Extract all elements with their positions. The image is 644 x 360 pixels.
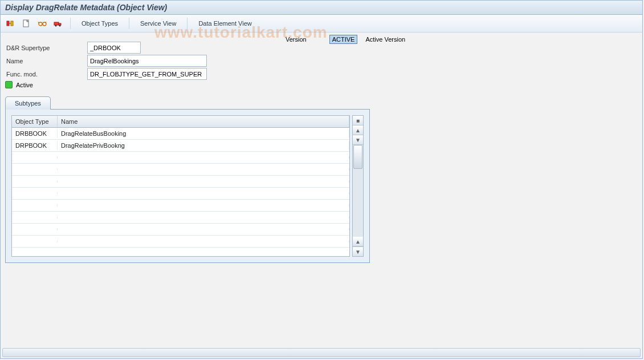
table-row[interactable] (12, 152, 349, 164)
table-row[interactable] (12, 164, 349, 176)
cell-type: DRBBOOK (12, 129, 58, 138)
tab-panel-subtypes: Object Type Name DRBBOOK DragRelateBusBo… (5, 109, 370, 263)
cell-name: DragRelateBusBooking (58, 129, 349, 138)
tab-strip: Subtypes Object Type Name DRBBOOK DragRe… (5, 96, 638, 263)
supertype-label: D&R Supertype (5, 43, 87, 53)
scroll-track[interactable] (353, 145, 363, 237)
version-block: Version ACTIVE Active Version (286, 35, 405, 44)
funcmod-row: Func. mod. (5, 68, 638, 80)
svg-rect-0 (7, 21, 9, 26)
scroll-thumb[interactable] (353, 145, 362, 169)
table-row[interactable] (12, 236, 349, 248)
window-bottom-scrollbar[interactable] (2, 348, 641, 357)
table-row[interactable] (12, 188, 349, 200)
version-desc: Active Version (365, 36, 405, 43)
svg-point-3 (39, 22, 42, 26)
scroll-down-icon[interactable]: ▼ (353, 135, 363, 145)
grid-header: Object Type Name (12, 116, 349, 128)
toolbar: Object Types Service View Data Element V… (1, 15, 642, 33)
toolbar-separator (129, 18, 129, 29)
name-input[interactable] (87, 55, 207, 67)
col-header-type[interactable]: Object Type (12, 116, 58, 127)
active-label: Active (16, 82, 33, 88)
grid-scrollbar[interactable]: ■ ▲ ▼ ▲ ▼ (352, 115, 364, 257)
col-header-name[interactable]: Name (58, 116, 349, 127)
funcmod-input[interactable] (87, 68, 207, 80)
page-title: Display DragRelate Metadata (Object View… (5, 3, 167, 12)
data-element-view-button[interactable]: Data Element View (193, 18, 256, 29)
service-view-button[interactable]: Service View (135, 18, 181, 29)
scroll-up-icon[interactable]: ▲ (353, 126, 363, 135)
app-window: Display DragRelate Metadata (Object View… (0, 0, 643, 359)
table-row[interactable]: DRPBOOK DragRelatePrivBookng (12, 140, 349, 152)
glasses-icon[interactable] (36, 17, 48, 30)
supertype-input[interactable] (87, 42, 141, 54)
table-row[interactable] (12, 176, 349, 188)
grid-body: DRBBOOK DragRelateBusBooking DRPBOOK Dra… (12, 128, 349, 256)
cell-type: DRPBOOK (12, 141, 58, 150)
svg-rect-5 (54, 22, 59, 25)
transport-icon[interactable] (52, 17, 64, 30)
subtypes-grid: Object Type Name DRBBOOK DragRelateBusBo… (11, 115, 350, 257)
new-doc-icon[interactable] (20, 17, 32, 30)
active-row: Active (5, 81, 638, 88)
table-row[interactable] (12, 224, 349, 236)
toolbar-separator (70, 18, 71, 29)
object-types-button[interactable]: Object Types (76, 18, 123, 29)
content-area: D&R Supertype Name Func. mod. Active Sub… (1, 33, 642, 356)
title-bar: Display DragRelate Metadata (Object View… (1, 1, 642, 15)
table-row[interactable] (12, 212, 349, 224)
table-row[interactable]: DRBBOOK DragRelateBusBooking (12, 128, 349, 140)
name-label: Name (5, 56, 87, 66)
table-row[interactable] (12, 200, 349, 212)
version-label: Version (286, 36, 307, 43)
version-value: ACTIVE (329, 35, 358, 44)
grid-wrap: Object Type Name DRBBOOK DragRelateBusBo… (11, 115, 364, 257)
svg-point-7 (55, 25, 57, 27)
scroll-up2-icon[interactable]: ▲ (353, 237, 363, 246)
active-status-icon (5, 81, 13, 88)
cell-name: DragRelatePrivBookng (58, 141, 349, 150)
name-row: Name (5, 55, 638, 67)
toolbar-separator (187, 18, 188, 29)
scroll-down2-icon[interactable]: ▼ (353, 246, 363, 256)
svg-rect-1 (11, 21, 13, 26)
funcmod-label: Func. mod. (5, 69, 87, 79)
toggle-edit-icon[interactable] (4, 17, 17, 30)
scroll-top-icon[interactable]: ■ (353, 116, 363, 126)
svg-point-8 (59, 25, 61, 27)
tab-subtypes[interactable]: Subtypes (5, 96, 51, 110)
